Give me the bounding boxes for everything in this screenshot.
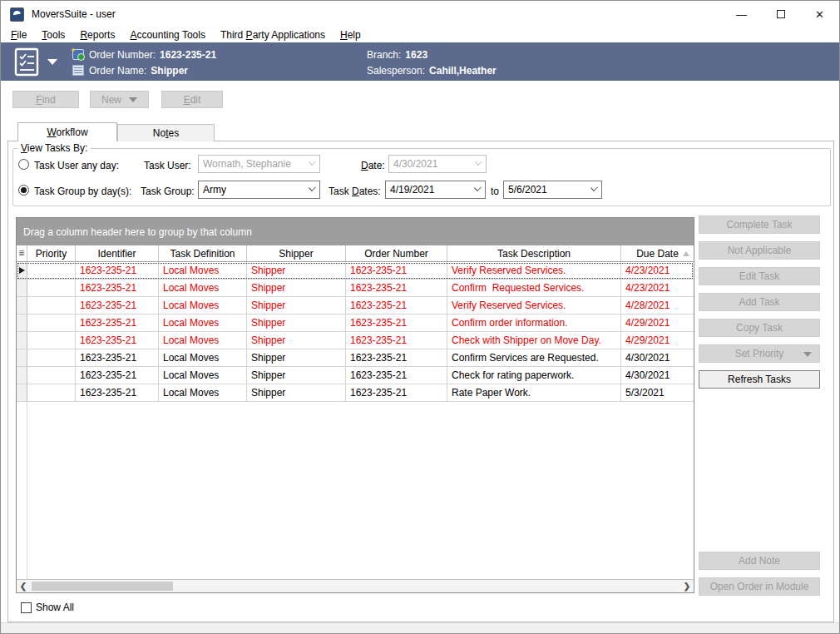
task-dates-to-value: 5/6/2021: [508, 184, 547, 196]
window-title: MoversSuite - user: [32, 8, 116, 20]
menu-file[interactable]: File: [3, 27, 34, 42]
cell-identifier: 1623-235-21: [76, 262, 159, 279]
task-user-radio[interactable]: [18, 159, 29, 170]
branch-label: Branch:: [367, 49, 401, 61]
scroll-right-icon[interactable]: ❯: [680, 580, 694, 592]
cell-task-description: Verify Reserved Services.: [447, 262, 621, 279]
table-row[interactable]: 1623-235-21Local MovesShipper1623-235-21…: [17, 297, 694, 315]
table-row[interactable]: 1623-235-21Local MovesShipper1623-235-21…: [17, 315, 694, 332]
workflow-module-icon[interactable]: [13, 47, 42, 77]
row-indicator-cell: [17, 349, 27, 366]
cell-identifier: 1623-235-21: [76, 332, 159, 349]
view-tasks-by-label: View Tasks By:: [17, 142, 91, 154]
cell-task-definition: Local Moves: [159, 262, 247, 279]
table-row[interactable]: 1623-235-21Local MovesShipper1623-235-21…: [17, 384, 694, 402]
cell-priority: [27, 297, 76, 314]
menu-help[interactable]: Help: [333, 27, 368, 42]
order-number-icon: [72, 49, 84, 60]
column-header-due-date[interactable]: Due Date: [621, 245, 694, 261]
tab-notes-label: Notes: [153, 127, 179, 139]
cell-due-date: 4/30/2021: [621, 349, 694, 366]
cell-task-definition: Local Moves: [159, 297, 247, 314]
maximize-button[interactable]: [761, 1, 800, 27]
table-row[interactable]: 1623-235-21Local MovesShipper1623-235-21…: [17, 262, 694, 280]
cell-order-number: 1623-235-21: [346, 315, 447, 331]
task-user-select[interactable]: Wornath, Stephanie: [198, 155, 320, 173]
edit-task-button[interactable]: Edit Task: [699, 267, 820, 285]
edit-button[interactable]: Edit: [161, 91, 223, 108]
column-header-identifier[interactable]: Identifier: [76, 245, 159, 261]
task-dates-to-select[interactable]: 5/6/2021: [503, 181, 602, 199]
cell-identifier: 1623-235-21: [76, 349, 159, 366]
branch-value: 1623: [405, 49, 427, 61]
column-header-shipper[interactable]: Shipper: [247, 245, 346, 261]
cell-task-description: Check for rating paperwork.: [447, 367, 621, 384]
cell-identifier: 1623-235-21: [76, 367, 159, 384]
column-header-order-number[interactable]: Order Number: [346, 245, 447, 261]
task-user-value: Wornath, Stephanie: [203, 158, 291, 170]
new-button[interactable]: New: [90, 91, 149, 108]
cell-order-number: 1623-235-21: [346, 332, 447, 349]
cell-due-date: 5/3/2021: [621, 384, 694, 401]
cell-priority: [27, 367, 76, 384]
task-user-label: Task User:: [144, 160, 191, 171]
row-selector-header[interactable]: ≣: [17, 245, 27, 261]
cell-shipper: Shipper: [247, 349, 346, 366]
column-header-task-definition[interactable]: Task Definition: [159, 245, 247, 261]
date-label: Date:: [361, 160, 385, 171]
row-indicator-cell: [17, 367, 27, 384]
chevron-down-icon: [590, 184, 598, 191]
table-row[interactable]: 1623-235-21Local MovesShipper1623-235-21…: [17, 332, 694, 349]
add-task-button[interactable]: Add Task: [699, 293, 820, 311]
complete-task-button[interactable]: Complete Task: [699, 215, 820, 234]
not-applicable-button[interactable]: Not Applicable: [699, 241, 820, 260]
open-order-in-module-button[interactable]: Open Order in Module: [699, 577, 820, 596]
salesperson-label: Salesperson:: [367, 65, 425, 77]
status-bar: [1, 622, 839, 633]
table-row[interactable]: 1623-235-21Local MovesShipper1623-235-21…: [17, 349, 694, 367]
column-header-priority[interactable]: Priority: [27, 245, 76, 261]
column-header-task-description[interactable]: Task Description: [447, 245, 621, 261]
close-button[interactable]: ✕: [800, 1, 839, 27]
cell-shipper: Shipper: [247, 384, 346, 401]
chevron-down-icon: [474, 184, 482, 191]
cell-task-description: Confirm order information.: [447, 315, 621, 331]
show-all-toggle[interactable]: Show All: [21, 602, 74, 613]
column-header-label: Order Number: [364, 248, 428, 260]
cell-due-date: 4/29/2021: [621, 315, 694, 331]
cell-order-number: 1623-235-21: [346, 384, 447, 401]
table-row[interactable]: 1623-235-21Local MovesShipper1623-235-21…: [17, 367, 694, 384]
button-label: Refresh Tasks: [728, 374, 791, 385]
module-dropdown-icon[interactable]: [47, 59, 57, 65]
refresh-tasks-button[interactable]: Refresh Tasks: [699, 370, 820, 389]
task-dates-from-value: 4/19/2021: [390, 184, 434, 196]
group-by-bar[interactable]: Drag a column header here to group by th…: [17, 218, 694, 245]
find-button[interactable]: Find: [12, 91, 79, 108]
copy-task-button[interactable]: Copy Task: [699, 319, 820, 337]
scrollbar-thumb[interactable]: [32, 582, 173, 591]
menu-tools[interactable]: Tools: [34, 27, 72, 42]
add-note-button[interactable]: Add Note: [699, 552, 820, 570]
menu-reports[interactable]: Reports: [72, 27, 122, 42]
cell-shipper: Shipper: [247, 297, 346, 314]
set-priority-button[interactable]: Set Priority: [699, 344, 820, 363]
task-dates-from-select[interactable]: 4/19/2021: [385, 181, 486, 199]
order-name-value: Shipper: [151, 65, 188, 77]
minimize-button[interactable]: —: [722, 1, 761, 27]
cell-task-description: Confirm Services are Requested.: [447, 349, 621, 366]
tab-notes[interactable]: Notes: [117, 124, 215, 141]
task-group-value: Army: [203, 184, 226, 196]
scroll-left-icon[interactable]: ❮: [17, 580, 30, 592]
menu-accounting-tools[interactable]: Accounting Tools: [122, 27, 213, 42]
to-label: to: [491, 186, 499, 197]
horizontal-scrollbar[interactable]: ❮ ❯: [17, 579, 694, 592]
menu-third-party-applications[interactable]: Third Party Applications: [213, 27, 333, 42]
date-select[interactable]: 4/30/2021: [388, 155, 487, 173]
task-group-radio[interactable]: [18, 185, 29, 196]
show-all-checkbox[interactable]: [21, 602, 32, 613]
cell-priority: [27, 349, 76, 366]
grid-header-row: ≣ Priority Identifier Task Definition Sh…: [17, 245, 694, 262]
tab-workflow[interactable]: Workflow: [17, 122, 117, 141]
task-group-select[interactable]: Army: [198, 181, 320, 199]
table-row[interactable]: 1623-235-21Local MovesShipper1623-235-21…: [17, 280, 694, 297]
